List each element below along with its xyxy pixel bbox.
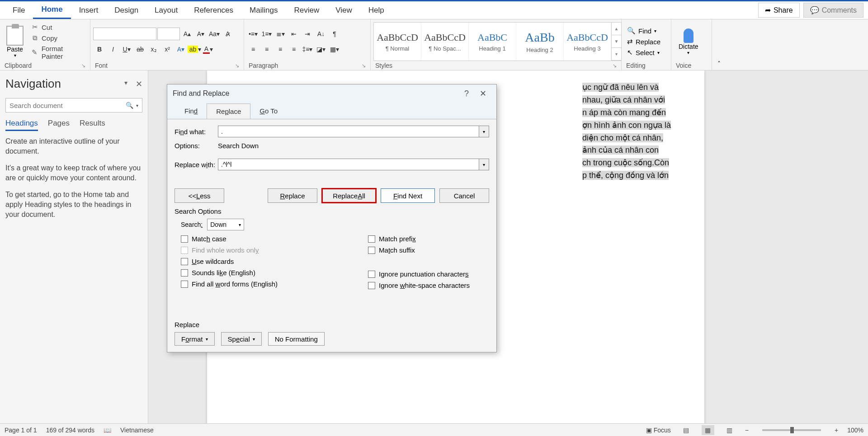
dialog-help-button[interactable]: ? (458, 89, 475, 98)
menu-view[interactable]: View (327, 2, 360, 19)
line-spacing-button[interactable]: ‡≡▾ (301, 43, 314, 56)
replace-all-button[interactable]: Replace All (322, 188, 376, 203)
strikethrough-button[interactable]: ab (134, 43, 146, 56)
chk-wildcards[interactable]: Use wildcards (181, 258, 278, 265)
dictate-button[interactable]: Dictate ▾ (674, 27, 703, 57)
nav-tab-pages[interactable]: Pages (48, 119, 70, 131)
zoom-in-button[interactable]: + (835, 427, 838, 434)
chk-match-suffix[interactable]: Match suffix (368, 246, 470, 254)
justify-button[interactable]: ≡ (288, 43, 300, 56)
align-center-button[interactable]: ≡ (260, 43, 273, 56)
styles-launcher-icon[interactable]: ↘ (613, 63, 617, 69)
menu-file[interactable]: File (5, 2, 33, 19)
nav-tab-headings[interactable]: Headings (5, 119, 38, 131)
find-next-button[interactable]: Find Next (381, 188, 435, 203)
replace-button[interactable]: Replace (268, 188, 317, 203)
tab-goto[interactable]: Go To (250, 103, 287, 119)
status-words[interactable]: 169 of 294 words (46, 427, 94, 434)
menu-mailings[interactable]: Mailings (241, 2, 286, 19)
highlight-button[interactable]: ab▾ (188, 43, 201, 56)
chk-ignore-punct[interactable]: Ignore punctuation characters (368, 270, 470, 278)
increase-indent-button[interactable]: ⇥ (301, 28, 314, 40)
menu-layout[interactable]: Layout (146, 2, 186, 19)
format-button[interactable]: Format▾ (175, 332, 215, 346)
no-formatting-button[interactable]: No Formatting (268, 332, 325, 346)
find-button[interactable]: 🔍Find▾ (624, 26, 663, 36)
special-button[interactable]: Special▾ (221, 332, 262, 346)
replace-with-input[interactable] (218, 159, 479, 170)
scroll-up-icon[interactable]: ▲ (612, 23, 621, 35)
less-button[interactable]: << Less (175, 188, 224, 203)
paste-button[interactable]: Paste ▾ (3, 24, 27, 60)
search-direction-combo[interactable]: Down▾ (207, 219, 244, 230)
zoom-slider[interactable] (762, 429, 821, 431)
style-nospacing[interactable]: AaBbCcD¶ No Spac... (421, 23, 469, 61)
italic-button[interactable]: I (107, 43, 119, 56)
text-effects-button[interactable]: A▾ (175, 43, 187, 56)
font-family-combo[interactable] (93, 28, 156, 40)
align-left-button[interactable]: ≡ (247, 43, 259, 56)
scroll-more-icon[interactable]: ▾ (612, 48, 621, 61)
dialog-title-bar[interactable]: Find and Replace ? ✕ (167, 84, 496, 103)
view-read-button[interactable]: ▤ (680, 425, 693, 435)
sort-button[interactable]: A↓ (315, 28, 327, 40)
dialog-close-button[interactable]: ✕ (475, 89, 491, 98)
cancel-button[interactable]: Cancel (439, 188, 489, 203)
style-heading1[interactable]: AaBbCHeading 1 (469, 23, 516, 61)
nav-close-icon[interactable]: ✕ (136, 79, 142, 89)
zoom-value[interactable]: 100% (847, 427, 863, 434)
share-button[interactable]: ➦Share (758, 3, 800, 18)
replace-dropdown-icon[interactable]: ▾ (479, 159, 489, 170)
select-button[interactable]: ↖Select▾ (624, 47, 663, 57)
combo-dropdown-icon[interactable]: ▾ (239, 222, 241, 227)
style-normal[interactable]: AaBbCcD¶ Normal (374, 23, 421, 61)
superscript-button[interactable]: x² (161, 43, 174, 56)
clear-format-button[interactable]: A̷ (222, 28, 234, 40)
style-heading2[interactable]: AaBbHeading 2 (516, 23, 564, 61)
status-language[interactable]: Vietnamese (120, 427, 154, 434)
nav-tab-results[interactable]: Results (80, 119, 105, 131)
chk-word-forms[interactable]: Find all word forms (English) (181, 280, 278, 288)
menu-insert[interactable]: Insert (71, 2, 107, 19)
menu-design[interactable]: Design (106, 2, 146, 19)
find-what-input[interactable] (218, 126, 479, 137)
chk-sounds-like[interactable]: Sounds like (English) (181, 269, 278, 277)
chk-ignore-whitespace[interactable]: Ignore white-space characters (368, 281, 470, 289)
menu-help[interactable]: Help (360, 2, 392, 19)
zoom-thumb[interactable] (790, 427, 794, 433)
subscript-button[interactable]: x₂ (147, 43, 160, 56)
styles-gallery[interactable]: AaBbCcD¶ Normal AaBbCcD¶ No Spac... AaBb… (373, 22, 622, 61)
change-case-button[interactable]: Aa▾ (208, 28, 221, 40)
styles-scroll[interactable]: ▲▼▾ (611, 23, 621, 61)
font-size-combo[interactable] (157, 28, 180, 40)
chk-match-prefix[interactable]: Match prefix (368, 235, 470, 243)
grow-font-button[interactable]: A▴ (181, 28, 193, 40)
chk-match-case[interactable]: Match case (181, 235, 278, 243)
shrink-font-button[interactable]: A▾ (194, 28, 207, 40)
find-dropdown-icon[interactable]: ▾ (479, 126, 489, 137)
paste-dropdown-icon[interactable]: ▾ (14, 53, 16, 58)
menu-review[interactable]: Review (286, 2, 327, 19)
font-color-button[interactable]: A▾ (202, 43, 214, 56)
bold-button[interactable]: B (93, 43, 106, 56)
nav-search-input[interactable] (9, 102, 126, 109)
clipboard-launcher-icon[interactable]: ↘ (81, 63, 85, 69)
replace-button[interactable]: ⇄Replace (624, 37, 663, 47)
shading-button[interactable]: ◪▾ (315, 43, 327, 56)
spellcheck-icon[interactable]: 📖 (104, 427, 111, 434)
align-right-button[interactable]: ≡ (274, 43, 287, 56)
numbering-button[interactable]: 1≡▾ (260, 28, 273, 40)
zoom-out-button[interactable]: − (745, 427, 749, 434)
view-print-button[interactable]: ▦ (702, 425, 714, 435)
bullets-button[interactable]: •≡▾ (247, 28, 259, 40)
format-painter-button[interactable]: ✎Format Painter (29, 44, 87, 61)
focus-mode-button[interactable]: ▣Focus (646, 427, 671, 434)
search-icon[interactable]: 🔍 (126, 102, 133, 109)
decrease-indent-button[interactable]: ⇤ (288, 28, 300, 40)
borders-button[interactable]: ▦▾ (328, 43, 341, 56)
menu-references[interactable]: References (186, 2, 241, 19)
nav-dropdown-icon[interactable]: ▾ (124, 79, 127, 89)
menu-home[interactable]: Home (33, 1, 71, 19)
scroll-down-icon[interactable]: ▼ (612, 35, 621, 48)
comments-button[interactable]: 💬Comments (803, 3, 863, 18)
